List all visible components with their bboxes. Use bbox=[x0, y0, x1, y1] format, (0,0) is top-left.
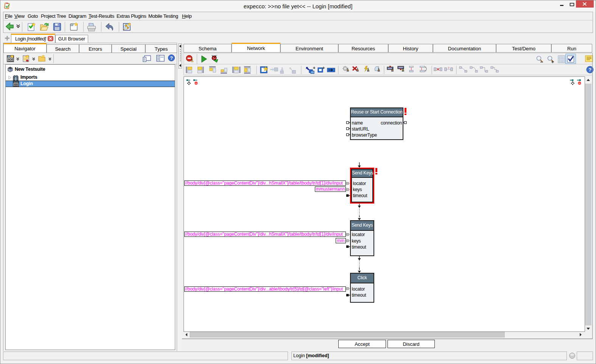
svg-text:?: ? bbox=[170, 56, 173, 61]
svg-text:+: + bbox=[322, 66, 325, 70]
svg-text:?: ? bbox=[448, 66, 450, 70]
svg-text:+: + bbox=[313, 66, 315, 70]
svg-text:?: ? bbox=[588, 67, 591, 73]
